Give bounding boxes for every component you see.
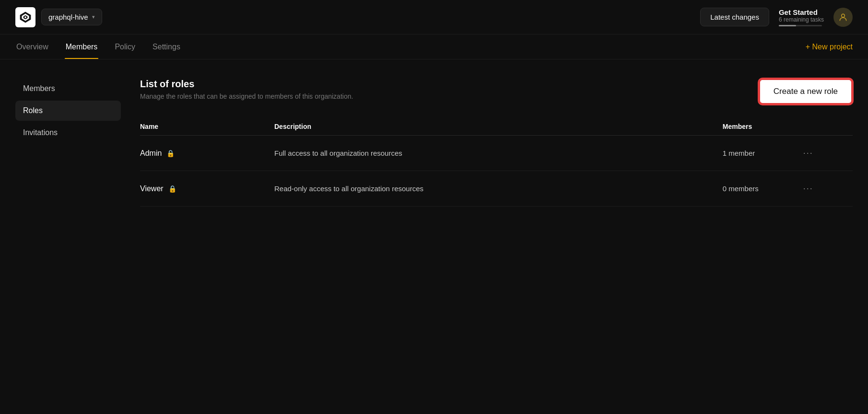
new-project-button[interactable]: + New project (806, 43, 853, 51)
get-started-area: Get Started 6 remaining tasks (779, 8, 824, 26)
tab-overview[interactable]: Overview (15, 34, 49, 59)
viewer-more-button[interactable]: ··· (799, 182, 817, 196)
tab-policy[interactable]: Policy (114, 34, 136, 59)
content-title-area: List of roles Manage the roles that can … (140, 79, 353, 100)
col-header-actions (799, 118, 853, 136)
tab-settings[interactable]: Settings (152, 34, 181, 59)
chevron-down-icon: ▾ (92, 14, 95, 20)
role-name-cell-viewer: Viewer 🔒 (140, 171, 274, 207)
main-content: Members Roles Invitations List of roles … (0, 59, 868, 226)
page-title: List of roles (140, 79, 353, 90)
lock-icon: 🔒 (168, 185, 176, 193)
org-name: graphql-hive (48, 13, 88, 21)
table-row: Viewer 🔒 Read-only access to all organiz… (140, 171, 853, 207)
col-header-name: Name (140, 118, 274, 136)
get-started-progress-fill (779, 25, 796, 26)
content-area: List of roles Manage the roles that can … (140, 79, 853, 207)
get-started-progress-bar (779, 25, 822, 26)
role-members-viewer: 0 members (723, 171, 799, 207)
lock-icon: 🔒 (166, 150, 175, 157)
app-logo (15, 7, 35, 27)
nav-tabs: Overview Members Policy Settings (15, 34, 181, 59)
get-started-title: Get Started (779, 8, 818, 16)
sidebar-item-members[interactable]: Members (15, 79, 121, 99)
table-body: Admin 🔒 Full access to all organization … (140, 136, 853, 207)
tab-members[interactable]: Members (65, 34, 99, 59)
roles-table: Name Description Members Admin 🔒 Full ac… (140, 118, 853, 207)
role-desc-viewer: Read-only access to all organization res… (274, 171, 723, 207)
create-new-role-button[interactable]: Create a new role (759, 79, 853, 104)
viewer-role-name: Viewer (140, 184, 164, 193)
sidebar-item-invitations[interactable]: Invitations (15, 123, 121, 143)
role-actions-admin: ··· (799, 136, 853, 171)
top-nav-right: Latest changes Get Started 6 remaining t… (700, 8, 853, 27)
role-members-admin: 1 member (723, 136, 799, 171)
table-row: Admin 🔒 Full access to all organization … (140, 136, 853, 171)
secondary-nav: Overview Members Policy Settings + New p… (0, 34, 868, 59)
table-header: Name Description Members (140, 118, 853, 136)
sidebar: Members Roles Invitations (15, 79, 121, 207)
admin-more-button[interactable]: ··· (799, 146, 817, 160)
col-header-description: Description (274, 118, 723, 136)
sidebar-item-roles[interactable]: Roles (15, 101, 121, 121)
col-header-members: Members (723, 118, 799, 136)
latest-changes-button[interactable]: Latest changes (700, 8, 769, 26)
get-started-subtitle: 6 remaining tasks (779, 16, 824, 23)
page-subtitle: Manage the roles that can be assigned to… (140, 92, 353, 100)
avatar-button[interactable] (833, 8, 853, 27)
role-name-cell-admin: Admin 🔒 (140, 136, 274, 171)
svg-point-4 (842, 14, 845, 17)
logo-area: graphql-hive ▾ (15, 7, 102, 27)
top-nav: graphql-hive ▾ Latest changes Get Starte… (0, 0, 868, 34)
user-icon (838, 12, 848, 22)
role-desc-admin: Full access to all organization resource… (274, 136, 723, 171)
org-selector[interactable]: graphql-hive ▾ (41, 9, 102, 25)
content-header: List of roles Manage the roles that can … (140, 79, 853, 104)
role-actions-viewer: ··· (799, 171, 853, 207)
admin-role-name: Admin (140, 149, 162, 158)
